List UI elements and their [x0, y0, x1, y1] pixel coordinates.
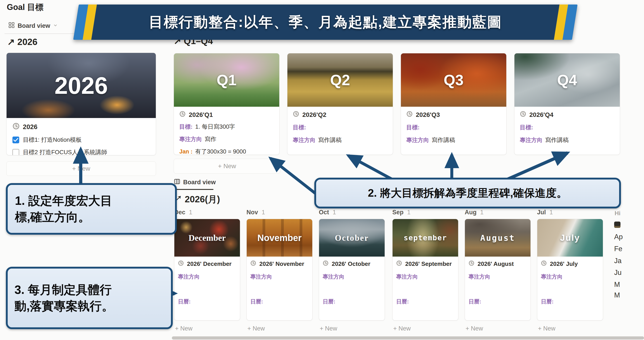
focus-field-label: 專注方向 [396, 273, 418, 280]
q1-cover: Q1 [174, 53, 279, 107]
new-button-aug[interactable]: + New [466, 325, 483, 332]
column-header-dec[interactable]: Dec1 [174, 209, 192, 216]
board-view-label: Board view [183, 179, 216, 186]
goal-field-label: 目標: [406, 124, 420, 131]
column-header-nov[interactable]: Nov1 [246, 209, 265, 216]
q2-cover: Q2 [288, 53, 393, 107]
august-cover: August [465, 219, 530, 256]
column-header-oct[interactable]: Oct1 [319, 209, 336, 216]
board-view-label: Board view [18, 22, 50, 30]
year-card-body: 2026 目標1: 打造Notion模板 目標2 打造FOCUS人生系統講師 [6, 118, 156, 155]
quarter-card-q3[interactable]: Q3 2026'Q3 目標: 專注方向 寫作講稿 [401, 53, 506, 155]
q4-cover-text: Q4 [557, 72, 577, 88]
group-count: 1 [480, 209, 484, 216]
new-button-nov[interactable]: + New [248, 325, 265, 332]
new-button-quarters[interactable]: + New [174, 159, 280, 174]
quarter-card-q2[interactable]: Q2 2026'Q2 目標: 專注方向 寫作講稿 [287, 53, 393, 155]
new-button-oct[interactable]: + New [320, 325, 337, 332]
hidden-column-header[interactable]: Hi [614, 210, 620, 217]
focus-field-label: 專注方向 [179, 136, 202, 143]
active-tab-underline [173, 189, 214, 190]
hidden-card-apr[interactable]: Ap [614, 233, 623, 241]
group-count: 1 [262, 209, 265, 216]
july-cover-text: July [560, 233, 580, 243]
clock-icon [179, 111, 186, 119]
banner-shape: 目標行動整合:以年、季、月為起點,建立專案推動藍圖 [73, 4, 578, 40]
q4-title: 2026'Q4 [529, 111, 553, 118]
focus-field-value: 寫作 [205, 135, 216, 143]
new-button-dec[interactable]: + New [175, 325, 192, 332]
month-card-october[interactable]: October 2026' October 專注方向 日曆: [319, 219, 385, 320]
hidden-card-mar[interactable]: M [614, 280, 620, 289]
month-card-august[interactable]: August 2026' August 專注方向 日曆: [465, 219, 531, 320]
calendar-field-label: 日曆: [541, 298, 554, 305]
quarter-card-q4[interactable]: Q4 2026'Q4 目標: 專注方向 寫作講稿 [514, 53, 620, 155]
calendar-field-label: 日曆: [396, 298, 409, 305]
checkbox-unchecked-icon[interactable] [12, 149, 19, 156]
arrow-q2 [348, 156, 392, 179]
column-header-jul[interactable]: Jul1 [537, 209, 553, 216]
calendar-field-label: 日曆: [178, 298, 190, 305]
section-title-2026: ↗ 2026 [7, 36, 38, 47]
group-count: 1 [333, 209, 336, 216]
banner-body: 目標行動整合:以年、季、月為起點,建立專案推動藍圖 [91, 4, 560, 40]
clock-icon [250, 260, 256, 268]
month-card-december[interactable]: December 2026' December 專注方向 日曆: [174, 219, 240, 320]
calendar-field-label: 日曆: [250, 298, 263, 305]
year-card-2026[interactable]: 2026 2026 目標1: 打造Notion模板 目標2 打造FOCUS人生系… [6, 53, 156, 155]
november-cover: November [247, 219, 312, 256]
q1-title: 2026'Q1 [189, 111, 213, 118]
new-button-sep[interactable]: + New [393, 325, 411, 332]
month-title: 2026' September [405, 260, 452, 268]
clock-icon [323, 260, 328, 268]
new-button-label: + New [72, 165, 90, 172]
new-button-year[interactable]: + New [6, 162, 156, 176]
december-cover-text: December [188, 233, 226, 243]
image-thumbnail-icon [614, 222, 620, 228]
clock-icon [396, 260, 402, 268]
november-cover-text: November [257, 233, 302, 243]
q3-title: 2026'Q3 [416, 111, 440, 118]
hidden-card-jan[interactable]: Ja [614, 257, 622, 265]
section-title-2026-months: ↗ 2026(月) [173, 193, 220, 206]
group-count: 1 [407, 209, 411, 216]
todo-item-1[interactable]: 目標1: 打造Notion模板 [12, 136, 150, 144]
column-header-sep[interactable]: Sep1 [392, 209, 411, 216]
board-view-tab-top[interactable]: Board view [8, 22, 58, 30]
new-button-jul[interactable]: + New [538, 325, 555, 332]
clock-icon [12, 122, 20, 131]
callout-3-text: 3. 每月制定具體行 動,落實專案執行。 [14, 282, 114, 314]
focus-field-label: 專注方向 [468, 273, 490, 280]
focus-field-value: 寫作講稿 [545, 136, 569, 144]
title-banner: 目標行動整合:以年、季、月為起點,建立專案推動藍圖 [76, 4, 575, 40]
q3-cover-text: Q3 [444, 72, 464, 88]
year-card-title-row: 2026 [12, 122, 150, 131]
goal-field-label: 目標: [293, 124, 306, 131]
todo-item-2[interactable]: 目標2 打造FOCUS人生系統講師 [12, 148, 150, 155]
clock-icon [520, 111, 526, 119]
horizontal-scrollbar[interactable] [172, 336, 644, 340]
month-card-july[interactable]: July 2026' July 專注方向 日曆: [537, 219, 603, 320]
clock-icon [468, 260, 474, 268]
focus-field-value: 寫作講稿 [432, 136, 455, 144]
month-card-september[interactable]: september 2026' September 專注方向 日曆: [392, 219, 458, 320]
group-label: Nov [246, 209, 258, 216]
q2-cover-text: Q2 [330, 72, 350, 88]
callout-2-text: 2. 將大目標拆解為季度里程碑,確保進度。 [368, 186, 568, 200]
month-card-november[interactable]: November 2026' November 專注方向 日曆: [246, 219, 312, 320]
group-count: 1 [189, 209, 192, 216]
callout-3: 3. 每月制定具體行 動,落實專案執行。 [6, 267, 173, 329]
group-count: 1 [550, 209, 553, 216]
column-header-aug[interactable]: Aug1 [465, 209, 484, 216]
hidden-card-feb[interactable]: Fe [614, 245, 622, 253]
checkbox-checked-icon[interactable] [12, 136, 19, 143]
todo-label: 目標1: 打造Notion模板 [23, 136, 82, 144]
month-title: 2026' October [332, 260, 370, 268]
board-view-tab-months[interactable]: Board view [174, 178, 216, 186]
q1-cover-text: Q1 [217, 72, 236, 88]
hidden-card-may[interactable]: M [614, 291, 620, 299]
hidden-card-jun[interactable]: Ju [614, 268, 622, 277]
quarter-card-q1[interactable]: Q1 2026'Q1 目標: 1. 每日寫300字 專注方向 寫作 Jan : … [174, 53, 280, 155]
todo-label: 目標2 打造FOCUS人生系統講師 [23, 148, 107, 155]
chevron-down-icon[interactable] [53, 22, 58, 30]
